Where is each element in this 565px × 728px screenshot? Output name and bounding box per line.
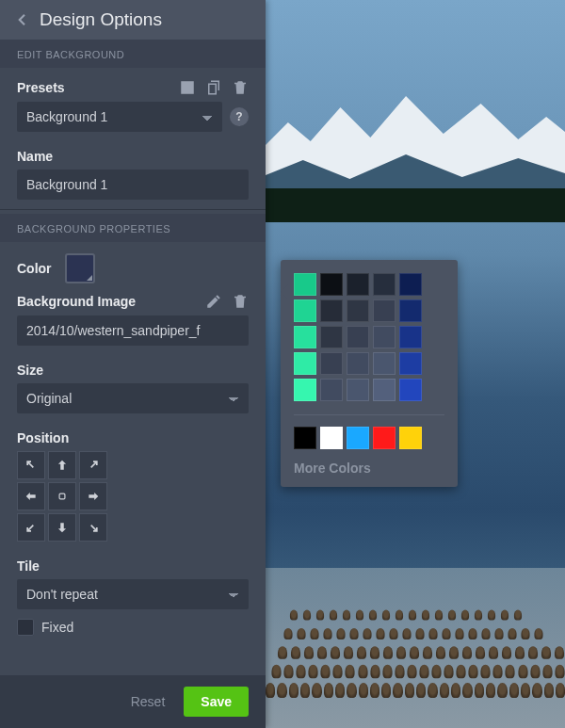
- color-swatch-option[interactable]: [294, 352, 316, 375]
- design-options-panel: Design Options EDIT BACKGROUND Presets B…: [0, 0, 266, 728]
- pos-center[interactable]: [48, 482, 76, 510]
- presets-select[interactable]: Background 1: [17, 102, 222, 132]
- color-swatch-option[interactable]: [320, 326, 343, 348]
- color-swatch-option[interactable]: [320, 379, 343, 401]
- color-swatch-option[interactable]: [399, 273, 422, 296]
- color-swatch-option[interactable]: [399, 352, 422, 375]
- section-bg-props: BACKGROUND PROPERTIES: [0, 214, 266, 242]
- color-swatch-option[interactable]: [373, 299, 396, 322]
- pos-bottom[interactable]: [48, 513, 76, 542]
- name-label: Name: [17, 149, 53, 164]
- color-swatch-option[interactable]: [320, 273, 343, 296]
- section-edit-background: EDIT BACKGROUND: [0, 40, 266, 68]
- color-swatch-option[interactable]: [294, 273, 316, 296]
- pos-bottom-left[interactable]: [17, 513, 45, 542]
- bg-image-label: Background Image: [17, 294, 136, 309]
- position-label: Position: [17, 430, 69, 445]
- color-swatch[interactable]: [65, 253, 95, 283]
- fixed-checkbox[interactable]: [17, 619, 34, 636]
- name-input[interactable]: [17, 170, 249, 200]
- presets-label: Presets: [17, 80, 65, 95]
- reset-button[interactable]: Reset: [125, 693, 171, 710]
- pos-bottom-right[interactable]: [79, 513, 107, 542]
- pos-top-left[interactable]: [17, 451, 45, 479]
- back-icon[interactable]: [13, 11, 30, 28]
- color-swatch-option[interactable]: [294, 299, 316, 322]
- color-label: Color: [17, 261, 52, 276]
- panel-footer: Reset Save: [0, 675, 266, 728]
- color-popover: More Colors: [281, 260, 458, 487]
- recent-swatch-row: [294, 414, 444, 449]
- color-swatch-option[interactable]: [294, 379, 316, 401]
- pos-left[interactable]: [17, 482, 45, 510]
- color-swatch-option[interactable]: [320, 352, 343, 375]
- color-swatch-option[interactable]: [373, 379, 396, 401]
- tile-select[interactable]: Don't repeat: [17, 579, 249, 609]
- recent-color-swatch[interactable]: [294, 427, 316, 449]
- pos-top-right[interactable]: [79, 451, 107, 479]
- color-swatch-option[interactable]: [347, 379, 369, 401]
- more-colors-link[interactable]: More Colors: [294, 461, 444, 476]
- color-swatch-option[interactable]: [373, 273, 396, 296]
- svg-rect-0: [59, 493, 65, 499]
- panel-header: Design Options: [0, 0, 266, 40]
- color-swatch-option[interactable]: [347, 273, 369, 296]
- color-swatch-option[interactable]: [320, 299, 343, 322]
- color-swatch-option[interactable]: [347, 299, 369, 322]
- recent-color-swatch[interactable]: [320, 427, 343, 449]
- pos-top[interactable]: [48, 451, 76, 479]
- color-swatch-option[interactable]: [399, 379, 422, 401]
- delete-preset-icon[interactable]: [232, 79, 249, 96]
- size-select[interactable]: Original: [17, 383, 249, 413]
- bg-image-input[interactable]: [17, 315, 249, 346]
- size-label: Size: [17, 363, 43, 378]
- edit-image-icon[interactable]: [205, 293, 222, 310]
- color-swatch-option[interactable]: [347, 326, 369, 348]
- tile-label: Tile: [17, 558, 40, 574]
- recent-color-swatch[interactable]: [373, 427, 396, 449]
- panel-title: Design Options: [40, 9, 162, 30]
- color-swatch-option[interactable]: [347, 352, 369, 375]
- color-swatch-option[interactable]: [399, 299, 422, 322]
- color-swatch-option[interactable]: [373, 326, 396, 348]
- help-icon[interactable]: ?: [230, 107, 249, 126]
- fixed-label: Fixed: [41, 620, 73, 635]
- copy-preset-icon[interactable]: [205, 79, 222, 96]
- pos-right[interactable]: [79, 482, 107, 510]
- color-swatch-option[interactable]: [373, 352, 396, 375]
- recent-color-swatch[interactable]: [399, 427, 422, 449]
- color-swatch-option[interactable]: [294, 326, 316, 348]
- swatch-grid: [294, 273, 444, 401]
- save-button[interactable]: Save: [184, 687, 249, 717]
- delete-image-icon[interactable]: [232, 293, 249, 310]
- position-grid: [17, 451, 249, 542]
- add-preset-icon[interactable]: [179, 79, 196, 96]
- recent-color-swatch[interactable]: [347, 427, 369, 449]
- color-swatch-option[interactable]: [399, 326, 422, 348]
